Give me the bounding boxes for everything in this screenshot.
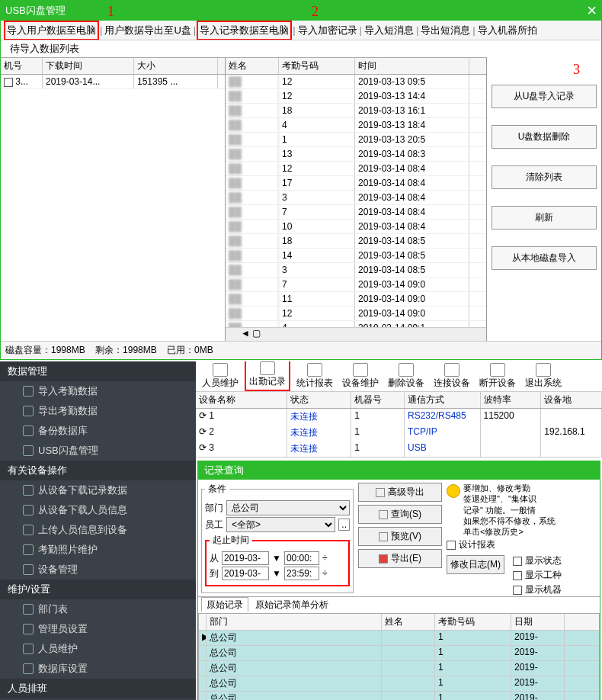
toolbar-button[interactable]: 退出系统 bbox=[522, 361, 565, 391]
table-row[interactable]: ██112019-03-14 09:0 bbox=[226, 292, 486, 307]
col-time[interactable]: 时间 bbox=[355, 58, 469, 74]
from-date-input[interactable] bbox=[222, 551, 269, 565]
advanced-export-button[interactable]: 高级导出 bbox=[358, 483, 442, 502]
table-row[interactable]: ██142019-03-14 08:5 bbox=[226, 249, 486, 263]
show-worktype-checkbox[interactable] bbox=[513, 571, 522, 580]
table-row[interactable]: ██122019-03-13 14:4 bbox=[226, 89, 486, 104]
table-row[interactable]: ██72019-03-14 09:0 bbox=[226, 278, 486, 292]
modify-log-button[interactable]: 修改日志(M) bbox=[447, 555, 504, 574]
col-kq[interactable]: 考勤号码 bbox=[435, 614, 511, 630]
col-baud[interactable]: 波特率 bbox=[481, 392, 542, 408]
design-report-checkbox[interactable] bbox=[447, 541, 456, 550]
result-row[interactable]: 总公司12019- bbox=[199, 676, 599, 691]
from-time-input[interactable] bbox=[284, 551, 319, 565]
table-row[interactable]: ██132019-03-14 08:3 bbox=[226, 147, 486, 162]
browse-icon[interactable]: .. bbox=[338, 519, 350, 531]
col-name[interactable]: 姓名 bbox=[226, 58, 279, 74]
result-row[interactable]: 总公司12019- bbox=[199, 645, 599, 660]
col-attendance-id[interactable]: 考勤号码 bbox=[279, 58, 355, 74]
toolbar-button[interactable]: 设备维护 bbox=[339, 361, 382, 391]
device-row[interactable]: ⟳ 1未连接1RS232/RS485115200 bbox=[196, 409, 602, 425]
sidebar-item[interactable]: USB闪盘管理 bbox=[0, 441, 196, 461]
preview-button[interactable]: 预览(V) bbox=[358, 527, 442, 546]
sidebar-item[interactable]: 从设备下载记录数据 bbox=[0, 480, 196, 500]
sidebar-item[interactable]: 备份数据库 bbox=[0, 421, 196, 441]
col-download-time[interactable]: 下载时间 bbox=[43, 58, 134, 74]
tab-raw-records[interactable]: 原始记录 bbox=[201, 597, 248, 612]
sidebar-item[interactable]: 人员维护 bbox=[0, 639, 196, 659]
dept-select[interactable]: 总公司 bbox=[226, 500, 350, 515]
menu-icon bbox=[23, 525, 34, 535]
toolbar-button[interactable]: 统计报表 bbox=[293, 361, 336, 391]
show-status-checkbox[interactable] bbox=[513, 557, 522, 566]
col-addr[interactable]: 设备地 bbox=[541, 392, 602, 408]
col-date[interactable]: 日期 bbox=[511, 614, 565, 630]
sidebar-item[interactable]: 部门表 bbox=[0, 599, 196, 619]
result-row[interactable]: ▶总公司12019- bbox=[199, 630, 599, 645]
export-button[interactable]: 导出(E) bbox=[358, 549, 442, 568]
sidebar-item[interactable]: 从设备下载人员信息 bbox=[0, 500, 196, 520]
table-row[interactable]: ██122019-03-13 09:5 bbox=[226, 75, 486, 89]
col-name[interactable]: 姓名 bbox=[382, 614, 435, 630]
query-button[interactable]: 查询(S) bbox=[358, 505, 442, 524]
toolbar-button[interactable]: 删除设备 bbox=[385, 361, 427, 391]
scrollbar[interactable]: ◄ ▢ bbox=[226, 327, 486, 341]
close-icon[interactable]: × bbox=[587, 1, 597, 21]
import-from-usb-button[interactable]: 从U盘导入记录 bbox=[492, 85, 597, 108]
result-row[interactable]: 总公司12019- bbox=[199, 691, 599, 700]
row-checkbox[interactable] bbox=[4, 78, 13, 87]
toolbar-button[interactable]: 人员维护 bbox=[199, 361, 242, 391]
clear-list-button[interactable]: 清除列表 bbox=[492, 165, 597, 189]
show-machine-checkbox[interactable] bbox=[513, 586, 522, 595]
col-comm[interactable]: 通信方式 bbox=[405, 392, 481, 408]
sidebar-item[interactable]: 设备管理 bbox=[0, 560, 196, 580]
import-from-disk-button[interactable]: 从本地磁盘导入 bbox=[492, 246, 597, 270]
col-device-name[interactable]: 设备名称 bbox=[196, 392, 287, 408]
tab-import-encrypted[interactable]: 导入加密记录 bbox=[296, 22, 359, 39]
sidebar-item[interactable]: 数据库设置 bbox=[0, 659, 196, 679]
col-machine-id[interactable]: 机器号 bbox=[351, 392, 405, 408]
table-row[interactable]: ██172019-03-14 08:4 bbox=[226, 176, 486, 191]
table-row[interactable]: ██122019-03-14 09:0 bbox=[226, 307, 486, 321]
tab-simple-analysis[interactable]: 原始记录简单分析 bbox=[251, 598, 333, 612]
delete-usb-data-button[interactable]: U盘数据删除 bbox=[492, 125, 597, 149]
to-time-input[interactable] bbox=[284, 567, 319, 580]
to-date-input[interactable] bbox=[222, 567, 269, 580]
table-row[interactable]: ██102019-03-14 08:4 bbox=[226, 220, 486, 234]
table-row[interactable]: 3... 2019-03-14... 151395 ... bbox=[1, 75, 225, 89]
toolbar-icon bbox=[353, 363, 368, 377]
toolbar-button[interactable]: 出勤记录 bbox=[245, 361, 290, 391]
col-size[interactable]: 大小 bbox=[134, 58, 218, 74]
table-row[interactable]: ██182019-03-14 08:5 bbox=[226, 234, 486, 249]
tab-export-user[interactable]: 用户数据导出至U盘 bbox=[103, 22, 192, 39]
help-text: 要增加、修改考勤 签退处理"、"集体识 记录" 功能。一般情 如果您不得不修改，… bbox=[463, 483, 556, 537]
col-machine-id[interactable]: 机号 bbox=[1, 58, 43, 74]
table-row[interactable]: ██32019-03-14 08:4 bbox=[226, 191, 486, 205]
emp-select[interactable]: <全部> bbox=[226, 517, 335, 532]
tab-import-user[interactable]: 导入用户数据至电脑 bbox=[4, 21, 99, 40]
device-row[interactable]: ⟳ 2未连接1TCP/IP192.168.1 bbox=[196, 425, 602, 441]
refresh-button[interactable]: 刷新 bbox=[492, 206, 597, 230]
table-row[interactable]: ██182019-03-13 16:1 bbox=[226, 104, 486, 118]
col-status[interactable]: 状态 bbox=[287, 392, 352, 408]
tab-import-record[interactable]: 导入记录数据至电脑 bbox=[197, 21, 292, 40]
table-row[interactable]: ██12019-03-13 20:5 bbox=[226, 133, 486, 147]
sidebar-item[interactable]: 考勤照片维护 bbox=[0, 540, 196, 560]
tab-export-sms[interactable]: 导出短消息 bbox=[419, 22, 472, 39]
tab-import-sms[interactable]: 导入短消息 bbox=[363, 22, 415, 39]
device-row[interactable]: ⟳ 3未连接1USB bbox=[196, 441, 602, 457]
result-row[interactable]: 总公司12019- bbox=[199, 660, 599, 676]
table-row[interactable]: ██32019-03-14 08:5 bbox=[226, 263, 486, 278]
sidebar-item[interactable]: 导入考勤数据 bbox=[0, 381, 196, 401]
toolbar-button[interactable]: 连接设备 bbox=[431, 361, 473, 391]
table-row[interactable]: ██42019-03-13 18:4 bbox=[226, 118, 486, 133]
toolbar-button[interactable]: 断开设备 bbox=[476, 361, 519, 391]
tab-import-photo[interactable]: 导入机器所拍 bbox=[476, 22, 539, 39]
table-row[interactable]: ██122019-03-14 08:4 bbox=[226, 162, 486, 176]
col-dept[interactable]: 部门 bbox=[207, 614, 382, 630]
sidebar-item[interactable]: 上传人员信息到设备 bbox=[0, 520, 196, 540]
table-row[interactable]: ██72019-03-14 08:4 bbox=[226, 205, 486, 220]
table-row[interactable]: ██42019-03-14 09:1 bbox=[226, 321, 486, 327]
sidebar-item[interactable]: 导出考勤数据 bbox=[0, 401, 196, 421]
sidebar-item[interactable]: 管理员设置 bbox=[0, 619, 196, 639]
